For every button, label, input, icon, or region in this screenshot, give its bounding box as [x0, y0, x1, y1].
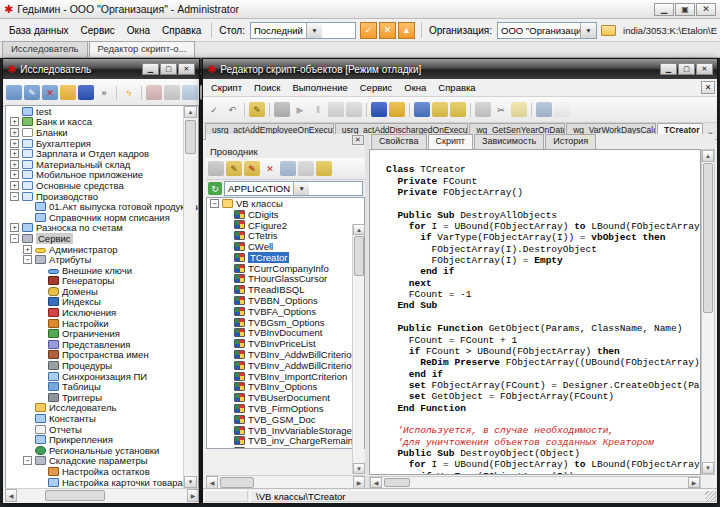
list-item[interactable]: TVB_InvVariableStorage	[207, 425, 364, 436]
collapse-icon[interactable]: −	[10, 234, 19, 243]
menu-сервис[interactable]: Сервис	[75, 22, 121, 39]
list-item[interactable]: TVBInv_Options	[207, 382, 364, 393]
tree-item[interactable]: 01.Акт выпуска готовой продукции	[6, 201, 198, 212]
tree-item[interactable]: test	[6, 106, 198, 117]
close-button[interactable]: ✕	[178, 63, 195, 75]
list-item[interactable]: THourGlassCursor	[207, 274, 364, 285]
maximize-button[interactable]: ▢	[678, 63, 695, 75]
code-editor[interactable]: Class TCreator Private FCount Private FO…	[369, 149, 701, 475]
tree-item[interactable]: Региональные установки	[6, 445, 198, 456]
tree-item[interactable]: Пространства имен	[6, 350, 198, 361]
section-tab-свойства[interactable]: Свойства	[371, 134, 427, 149]
scroll-up-icon[interactable]: ▲	[702, 150, 714, 162]
edit-folder-icon[interactable]: ✎	[24, 85, 40, 100]
collapse-icon[interactable]: −	[210, 199, 219, 208]
list-item[interactable]: TVB_FirmOptions	[207, 403, 364, 414]
expand-icon[interactable]: +	[10, 160, 19, 169]
tree-item[interactable]: +Основные средства	[6, 180, 198, 191]
tree-item[interactable]: Прикрепления	[6, 434, 198, 445]
tree-item[interactable]: Исключения	[6, 307, 198, 318]
save-icon[interactable]	[78, 85, 94, 100]
expand-icon[interactable]: +	[10, 117, 19, 126]
delete-folder-icon[interactable]: ✕	[42, 85, 58, 100]
explorer-vscrollbar[interactable]: ▲ ▼	[183, 106, 196, 488]
editor-menu-сервис[interactable]: Сервис	[354, 80, 399, 95]
step-out-icon[interactable]	[346, 102, 362, 117]
new-folder-icon[interactable]	[6, 85, 22, 100]
section-tab-скрипт[interactable]: Скрипт	[428, 134, 473, 149]
scroll-right-icon[interactable]: ▶	[187, 489, 199, 502]
folder-disabled-icon[interactable]	[164, 85, 180, 100]
editor-menu-выполнение[interactable]: Выполнение	[286, 80, 353, 95]
list-item[interactable]: TVBUserDocument	[207, 392, 364, 403]
macro-abc-icon[interactable]	[432, 102, 448, 117]
list-item[interactable]: TVB_GSM_Doc	[207, 414, 364, 425]
tree-item[interactable]: Процедуры	[6, 360, 198, 371]
collapse-icon[interactable]: −	[23, 456, 32, 465]
list-item[interactable]: CDigits	[207, 209, 364, 220]
undo-icon[interactable]: ↶	[224, 102, 240, 117]
copy-icon[interactable]	[475, 102, 491, 117]
paste-icon[interactable]	[298, 161, 314, 176]
tree-item[interactable]: −Сервис	[6, 233, 198, 244]
desk-cancel-button[interactable]: ✕	[379, 22, 396, 39]
debug-icon[interactable]	[274, 102, 290, 117]
tree-item[interactable]: Таблицы	[6, 381, 198, 392]
edit-icon[interactable]: ✎	[226, 161, 242, 176]
minimize-button[interactable]: ▁	[654, 3, 674, 16]
tree-item[interactable]: +Банк и касса	[6, 117, 198, 128]
section-tab-история[interactable]: История	[545, 134, 596, 149]
scroll-up-icon[interactable]: ▲	[184, 106, 197, 118]
edit-new-icon[interactable]: ✎	[244, 161, 260, 176]
list-item[interactable]: TVBInvDocument	[207, 328, 364, 339]
more-icon[interactable]: »	[96, 85, 112, 100]
close-script-button[interactable]: ✕	[701, 81, 715, 94]
tree-item[interactable]: Триггеры	[6, 392, 198, 403]
minimize-button[interactable]: ▁	[660, 63, 677, 75]
list-item[interactable]: TVBGsm_Options	[207, 317, 364, 328]
tree-item[interactable]: +Зарплата и Отдел кадров	[6, 148, 198, 159]
scrollbar-thumb[interactable]	[384, 478, 410, 487]
list-item[interactable]: CTetris	[207, 230, 364, 241]
editor-menu-окна[interactable]: Окна	[398, 80, 432, 95]
cut-icon[interactable]: ✂	[493, 102, 509, 117]
scrollbar-thumb[interactable]	[45, 490, 105, 501]
section-tab-зависимость[interactable]: Зависимость	[474, 134, 544, 149]
macro-car-icon[interactable]	[316, 161, 332, 176]
scroll-down-icon[interactable]: ▼	[184, 476, 197, 488]
tree-item[interactable]: +Разноска по счетам	[6, 223, 198, 234]
tree-item[interactable]: +Материальный склад	[6, 159, 198, 170]
code-text[interactable]: Class TCreator Private FCount Private FO…	[386, 153, 700, 474]
org-combobox[interactable]: ООО "Организация" ▼	[497, 22, 597, 39]
macro-blue-icon[interactable]	[414, 102, 430, 117]
scroll-left-icon[interactable]: ◀	[5, 489, 17, 502]
tree-item[interactable]: Представления	[6, 339, 198, 350]
delete-icon[interactable]: ✕	[262, 161, 278, 176]
menu-база-данных[interactable]: База данных	[3, 22, 75, 39]
scroll-left-icon[interactable]: ◀	[370, 477, 382, 488]
unit-combobox[interactable]: APPLICATION ▼	[224, 181, 363, 196]
desk-collapse-button[interactable]: ▲	[398, 22, 415, 39]
paste-new-icon[interactable]	[554, 102, 570, 117]
expand-icon[interactable]: +	[10, 170, 19, 179]
list-item[interactable]: TVB_inv_ChargeRemains	[207, 436, 364, 447]
tree-item[interactable]: +Бухгалтерия	[6, 138, 198, 149]
open-folder-icon[interactable]	[208, 161, 224, 176]
explorer-hscrollbar[interactable]: ◀ ▶	[5, 488, 199, 501]
open-refresh-icon[interactable]	[389, 102, 405, 117]
menu-окна[interactable]: Окна	[121, 22, 156, 39]
resize-grip[interactable]	[705, 491, 716, 502]
tree-item[interactable]: Внешние ключи	[6, 265, 198, 276]
help-book-icon[interactable]	[146, 85, 162, 100]
window-disabled-icon[interactable]	[182, 85, 198, 100]
tree-item[interactable]: Справочник норм списания	[6, 212, 198, 223]
scrollbar-thumb[interactable]	[703, 163, 713, 313]
tree-item[interactable]: Константы	[6, 413, 198, 424]
pause-icon[interactable]: ‖	[310, 102, 326, 117]
editor-menu-справка[interactable]: Справка	[432, 80, 481, 95]
scroll-right-icon[interactable]: ▶	[688, 477, 700, 488]
scroll-down-icon[interactable]: ▼	[353, 463, 365, 474]
scroll-down-icon[interactable]: ▼	[702, 462, 714, 474]
maximize-button[interactable]: ▢	[160, 63, 177, 75]
list-item[interactable]: TVBBN_Options	[207, 295, 364, 306]
